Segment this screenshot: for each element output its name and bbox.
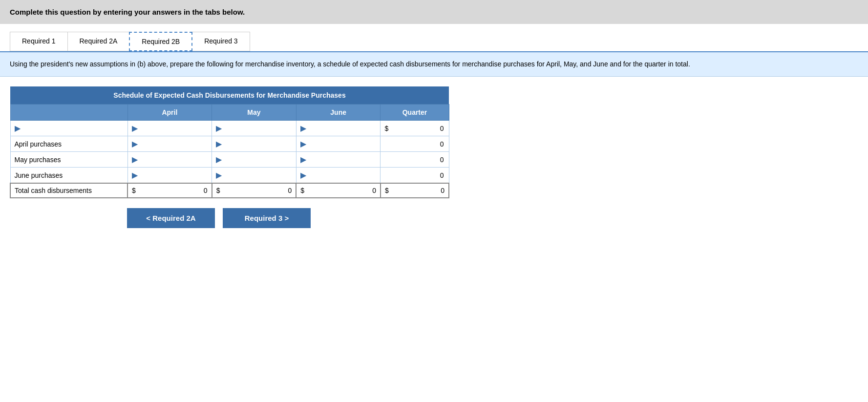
arrow-icon: ▶ bbox=[300, 155, 306, 164]
total-label: Total cash disbursements bbox=[10, 183, 127, 198]
row0-quarter-dollar: $ bbox=[384, 125, 388, 132]
row1-label: April purchases bbox=[10, 136, 127, 152]
arrow-icon: ▶ bbox=[300, 170, 306, 180]
row3-april-cell: ▶ bbox=[127, 168, 212, 184]
row1-april-cell: ▶ bbox=[127, 136, 212, 152]
row3-june-input[interactable] bbox=[308, 171, 377, 179]
header-text: Complete this question by entering your … bbox=[10, 8, 245, 16]
col-header-row: April May June Quarter bbox=[10, 105, 449, 121]
row0-label-input[interactable] bbox=[22, 125, 124, 132]
content-area: Schedule of Expected Cash Disbursements … bbox=[0, 77, 868, 238]
row0-quarter-cell: $ 0 bbox=[381, 121, 449, 136]
row3-may-cell: ▶ bbox=[212, 168, 296, 184]
tabs-container: Required 1 Required 2A Required 2B Requi… bbox=[0, 24, 868, 52]
row3-quarter-value: 0 bbox=[440, 171, 444, 179]
arrow-icon: ▶ bbox=[132, 139, 138, 148]
total-june-value: 0 bbox=[372, 187, 376, 194]
row2-april-cell: ▶ bbox=[127, 152, 212, 168]
row1-june-cell: ▶ bbox=[296, 136, 381, 152]
total-quarter-value: 0 bbox=[441, 187, 445, 194]
total-quarter-cell: $ 0 bbox=[381, 183, 449, 198]
table-row: April purchases ▶ ▶ ▶ bbox=[10, 136, 449, 152]
row3-june-cell: ▶ bbox=[296, 168, 381, 184]
total-april-value: 0 bbox=[204, 187, 208, 194]
row0-may-input[interactable] bbox=[224, 125, 292, 132]
next-button[interactable]: Required 3 > bbox=[223, 208, 311, 228]
row2-may-input[interactable] bbox=[224, 156, 292, 164]
col-header-empty bbox=[10, 105, 127, 121]
row2-quarter-value: 0 bbox=[440, 156, 444, 164]
next-button-label: Required 3 > bbox=[245, 214, 289, 222]
instruction-box: Using the president's new assumptions in… bbox=[0, 52, 868, 77]
total-may-cell: $ 0 bbox=[212, 183, 296, 198]
arrow-icon: ▶ bbox=[132, 170, 138, 180]
total-may-value: 0 bbox=[288, 187, 292, 194]
row1-june-input[interactable] bbox=[308, 140, 377, 148]
row3-may-input[interactable] bbox=[224, 171, 292, 179]
row0-june-cell: ▶ bbox=[296, 121, 381, 136]
tab-required2b[interactable]: Required 2B bbox=[129, 32, 192, 51]
arrow-icon: ▶ bbox=[132, 155, 138, 164]
row0-june-input[interactable] bbox=[308, 125, 377, 132]
row3-april-input[interactable] bbox=[140, 171, 208, 179]
row1-quarter-cell: 0 bbox=[381, 136, 449, 152]
col-header-april: April bbox=[127, 105, 212, 121]
arrow-icon: ▶ bbox=[216, 124, 222, 133]
total-april-cell: $ 0 bbox=[127, 183, 212, 198]
row3-label: June purchases bbox=[10, 168, 127, 184]
row2-quarter-cell: 0 bbox=[381, 152, 449, 168]
tab-required1[interactable]: Required 1 bbox=[10, 32, 68, 51]
tab-required3[interactable]: Required 3 bbox=[192, 32, 250, 51]
arrow-icon: ▶ bbox=[216, 155, 222, 164]
row0-may-cell: ▶ bbox=[212, 121, 296, 136]
row0-april-cell: ▶ bbox=[127, 121, 212, 136]
table-row: May purchases ▶ ▶ ▶ bbox=[10, 152, 449, 168]
col-header-quarter: Quarter bbox=[381, 105, 449, 121]
table-title: Schedule of Expected Cash Disbursements … bbox=[113, 91, 345, 99]
row2-june-cell: ▶ bbox=[296, 152, 381, 168]
row0-quarter-value: 0 bbox=[440, 125, 444, 132]
total-june-dollar: $ bbox=[300, 187, 304, 194]
row0-april-input[interactable] bbox=[140, 125, 208, 132]
arrow-icon: ▶ bbox=[216, 170, 222, 180]
arrow-icon: ▶ bbox=[300, 124, 306, 133]
prev-button[interactable]: < Required 2A bbox=[127, 208, 215, 228]
row2-june-input[interactable] bbox=[308, 156, 377, 164]
prev-button-label: < Required 2A bbox=[146, 214, 195, 222]
col-header-may: May bbox=[212, 105, 296, 121]
instruction-text: Using the president's new assumptions in… bbox=[10, 60, 690, 68]
table-title-row: Schedule of Expected Cash Disbursements … bbox=[10, 86, 449, 105]
nav-buttons: < Required 2A Required 3 > bbox=[10, 208, 858, 228]
row1-april-input[interactable] bbox=[140, 140, 208, 148]
row0-label: ▶ bbox=[10, 121, 127, 136]
row3-quarter-cell: 0 bbox=[381, 168, 449, 184]
arrow-icon: ▶ bbox=[300, 139, 306, 148]
page-header: Complete this question by entering your … bbox=[0, 0, 868, 24]
schedule-table: Schedule of Expected Cash Disbursements … bbox=[10, 86, 449, 198]
row2-april-input[interactable] bbox=[140, 156, 208, 164]
table-row: June purchases ▶ ▶ ▶ bbox=[10, 168, 449, 184]
total-quarter-dollar: $ bbox=[385, 187, 389, 194]
total-june-cell: $ 0 bbox=[296, 183, 381, 198]
total-may-dollar: $ bbox=[216, 187, 220, 194]
arrow-icon: ▶ bbox=[216, 139, 222, 148]
arrow-icon: ▶ bbox=[15, 124, 21, 133]
col-header-june: June bbox=[296, 105, 381, 121]
total-row: Total cash disbursements $ 0 $ 0 $ 0 bbox=[10, 183, 449, 198]
row2-may-cell: ▶ bbox=[212, 152, 296, 168]
row1-may-cell: ▶ bbox=[212, 136, 296, 152]
arrow-icon: ▶ bbox=[132, 124, 138, 133]
row1-quarter-value: 0 bbox=[440, 140, 444, 148]
tab-required2a[interactable]: Required 2A bbox=[67, 32, 130, 51]
table-row: ▶ ▶ ▶ ▶ bbox=[10, 121, 449, 136]
total-april-dollar: $ bbox=[132, 187, 136, 194]
row1-may-input[interactable] bbox=[224, 140, 292, 148]
row2-label: May purchases bbox=[10, 152, 127, 168]
